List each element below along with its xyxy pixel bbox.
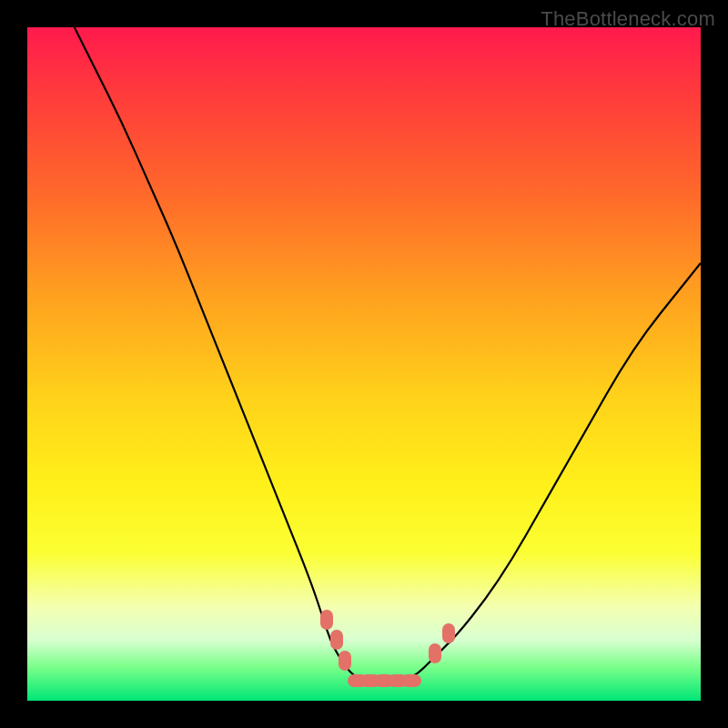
data-marker xyxy=(401,674,421,687)
watermark-label: TheBottleneck.com xyxy=(541,7,715,31)
data-marker xyxy=(339,651,351,671)
marker-layer xyxy=(27,27,701,701)
data-marker xyxy=(320,610,333,630)
data-marker xyxy=(330,630,343,650)
data-marker xyxy=(429,643,441,663)
plot-area xyxy=(27,27,701,701)
data-marker xyxy=(442,623,455,643)
chart-frame: TheBottleneck.com xyxy=(0,0,728,728)
